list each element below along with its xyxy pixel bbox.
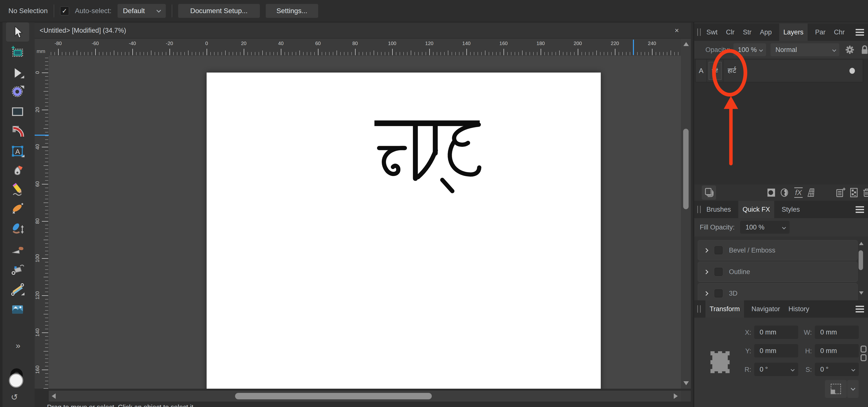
- rectangle-tool[interactable]: [6, 102, 29, 121]
- scroll-down-icon[interactable]: [859, 291, 864, 295]
- document-tab[interactable]: <Untitled> [Modified] (34.7%): [39, 27, 126, 34]
- tab-paragraph[interactable]: Par: [814, 24, 827, 41]
- fx-scroll-thumb[interactable]: [859, 250, 863, 270]
- fill-color-circle[interactable]: [9, 373, 23, 388]
- panel-menu-icon[interactable]: [856, 206, 864, 213]
- canvas-text-object[interactable]: [367, 118, 487, 195]
- fill-stroke-selector[interactable]: [8, 368, 26, 389]
- adjustment-layer-icon[interactable]: [777, 185, 792, 200]
- expand-chevron-icon[interactable]: [704, 291, 708, 296]
- tab-colour[interactable]: Clr: [725, 24, 736, 41]
- layer-effects-icon[interactable]: fX: [791, 185, 806, 200]
- lock-icon[interactable]: [860, 44, 868, 55]
- tab-brushes[interactable]: Brushes: [706, 201, 732, 218]
- fill-gradient-tool[interactable]: [6, 280, 29, 299]
- settings-button[interactable]: Settings...: [266, 4, 318, 18]
- panel-menu-icon[interactable]: [856, 306, 864, 313]
- panel-menu-icon[interactable]: [856, 29, 864, 36]
- pencil-icon: [11, 182, 25, 196]
- corner-icon: [11, 124, 25, 138]
- delete-layer-icon[interactable]: [860, 185, 868, 200]
- corner-tool[interactable]: [6, 121, 29, 141]
- fx-row-bevel-emboss[interactable]: Bevel / Emboss: [698, 240, 858, 260]
- tab-styles[interactable]: Styles: [781, 201, 801, 218]
- panel-drag-handle[interactable]: [697, 206, 701, 213]
- paint-brush-tool[interactable]: [6, 220, 29, 239]
- fx-row-outline[interactable]: Outline: [698, 262, 858, 282]
- scroll-down-icon[interactable]: [683, 381, 689, 385]
- canvas-viewport[interactable]: [49, 56, 681, 389]
- style-picker-tool[interactable]: [6, 260, 29, 280]
- panel-drag-handle[interactable]: [697, 305, 701, 313]
- scroll-right-icon[interactable]: [674, 394, 678, 399]
- gear-icon[interactable]: [844, 44, 856, 55]
- pencil-tool[interactable]: [6, 180, 29, 199]
- fx-checkbox[interactable]: [715, 268, 722, 276]
- scroll-left-icon[interactable]: [52, 394, 56, 399]
- expand-chevron-icon[interactable]: [704, 270, 708, 274]
- transform-origin-button[interactable]: [825, 380, 847, 398]
- tab-history[interactable]: History: [787, 300, 810, 318]
- node-tool[interactable]: [6, 64, 29, 83]
- x-field[interactable]: 0 mm: [754, 325, 798, 339]
- expand-chevron-icon[interactable]: [704, 248, 708, 253]
- add-pixel-layer-icon[interactable]: [847, 185, 861, 200]
- w-field[interactable]: 0 mm: [815, 325, 859, 339]
- more-tools-glyph: »: [16, 341, 20, 350]
- move-tool[interactable]: [6, 22, 29, 41]
- vector-brush-tool[interactable]: [6, 199, 29, 218]
- tab-swatches[interactable]: Swt: [706, 24, 718, 41]
- fx-checkbox[interactable]: [715, 289, 722, 297]
- link-dimensions-icon[interactable]: [861, 346, 867, 363]
- place-image-tool[interactable]: [6, 300, 29, 319]
- tab-layers[interactable]: Layers: [779, 24, 808, 41]
- tab-transform[interactable]: Transform: [706, 300, 744, 318]
- tab-appearance[interactable]: App: [759, 24, 773, 41]
- layer-visibility-toggle[interactable]: [849, 68, 855, 74]
- fill-opacity-dropdown[interactable]: 100 %: [740, 221, 789, 234]
- h-field[interactable]: 0 mm: [815, 344, 859, 357]
- vertical-scrollbar[interactable]: [681, 39, 691, 389]
- y-field[interactable]: 0 mm: [754, 344, 798, 357]
- transform-origin-dropdown[interactable]: [847, 380, 859, 398]
- pen-tool[interactable]: [6, 162, 29, 181]
- panel-drag-handle[interactable]: [697, 28, 701, 36]
- document-setup-button[interactable]: Document Setup...: [178, 4, 260, 18]
- scroll-up-icon[interactable]: [859, 242, 864, 245]
- r-dropdown[interactable]: 0 °: [754, 363, 798, 376]
- scroll-up-icon[interactable]: [683, 42, 689, 46]
- fx-checkbox[interactable]: [715, 246, 722, 254]
- vertical-scroll-thumb[interactable]: [683, 129, 689, 209]
- s-label: S:: [793, 366, 812, 374]
- transform-origin-icon: [831, 384, 841, 394]
- auto-select-checkbox[interactable]: ✓: [60, 6, 69, 16]
- edit-all-layers-icon[interactable]: [702, 185, 716, 200]
- dock-tabbar-studio: Swt Clr Str App Layers Par Chr: [694, 24, 868, 41]
- mask-layer-icon[interactable]: [764, 185, 778, 200]
- ruler-cursor-indicator: [633, 39, 634, 55]
- h-value: 0 mm: [820, 347, 837, 355]
- artistic-text-tool[interactable]: A: [6, 142, 29, 161]
- fx-row-3d[interactable]: 3D: [698, 283, 858, 300]
- s-dropdown[interactable]: 0 °: [815, 363, 859, 376]
- tab-stroke[interactable]: Str: [742, 24, 753, 41]
- close-icon[interactable]: ×: [675, 26, 679, 35]
- chevron-down-icon: [156, 8, 161, 12]
- knife-tool[interactable]: [6, 240, 29, 260]
- chevron-down-icon: [851, 368, 856, 371]
- tab-navigator[interactable]: Navigator: [750, 300, 781, 318]
- anchor-point-selector[interactable]: [709, 349, 732, 375]
- blend-mode-dropdown[interactable]: Normal: [771, 43, 839, 56]
- add-layer-icon[interactable]: [833, 185, 848, 200]
- horizontal-scroll-thumb[interactable]: [235, 393, 432, 399]
- point-transform-tool[interactable]: [6, 82, 29, 101]
- tab-character[interactable]: Chr: [833, 24, 846, 41]
- more-tools-button[interactable]: »: [6, 336, 29, 355]
- swap-colors-icon[interactable]: ↺: [11, 392, 18, 402]
- tool-preset-dropdown[interactable]: Default: [118, 4, 166, 18]
- paint-brush-icon: [11, 223, 25, 237]
- tab-quick-fx[interactable]: Quick FX: [738, 201, 774, 218]
- horizontal-scrollbar[interactable]: [49, 391, 681, 402]
- artboard-tool[interactable]: [6, 42, 29, 62]
- live-filter-icon[interactable]: [805, 185, 819, 200]
